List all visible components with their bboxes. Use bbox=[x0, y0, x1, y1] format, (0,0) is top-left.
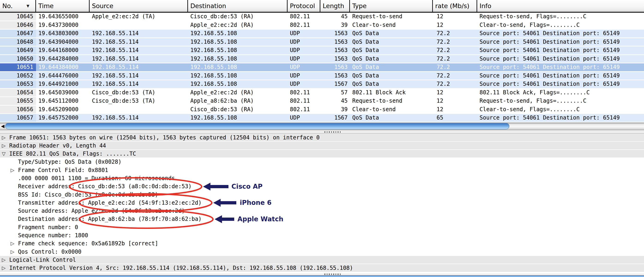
column-header-type[interactable]: Type bbox=[350, 0, 433, 12]
cell-protocol: UDP bbox=[288, 55, 320, 63]
detail-row[interactable]: ▷Logical-Link Control bbox=[0, 256, 644, 264]
cell-no: 10654 bbox=[0, 89, 36, 97]
expander-closed-icon[interactable]: ▷ bbox=[11, 166, 14, 174]
detail-row[interactable]: Destination address: Apple_a8:62:ba (78:… bbox=[0, 215, 644, 223]
cell-source: 192.168.55.114 bbox=[90, 114, 188, 122]
cell-source bbox=[90, 106, 188, 114]
scrollbar-thumb[interactable] bbox=[5, 123, 509, 129]
expander-closed-icon[interactable]: ▷ bbox=[11, 239, 14, 248]
cell-source bbox=[90, 21, 188, 29]
detail-row[interactable]: Source address: Apple_e2:ec:2d (54:9f:13… bbox=[0, 207, 644, 215]
detail-row[interactable]: Receiver address: Cisco_db:de:53 (a8:0c:… bbox=[0, 182, 644, 190]
detail-row[interactable]: ▷Frame 10651: 1563 bytes on wire (12504 … bbox=[0, 134, 644, 142]
cell-time: 19.644384000 bbox=[36, 63, 90, 71]
cell-protocol: UDP bbox=[288, 72, 320, 80]
cell-destination: Apple_a8:62:ba (RA) bbox=[188, 97, 288, 105]
packet-row[interactable]: 1065419.645039000Cisco_db:de:53 (TA)Appl… bbox=[0, 89, 644, 97]
cell-protocol: UDP bbox=[288, 114, 320, 122]
expander-closed-icon[interactable]: ▷ bbox=[2, 264, 6, 272]
detail-row[interactable]: ▷Frame Control Field: 0x8801 bbox=[0, 166, 644, 174]
cell-destination: 192.168.55.108 bbox=[188, 63, 288, 71]
detail-row[interactable]: ▽IEEE 802.11 QoS Data, Flags: .......TC bbox=[0, 150, 644, 158]
pane-splitter-top[interactable] bbox=[0, 130, 644, 134]
detail-row[interactable]: ▷Radiotap Header v0, Length 44 bbox=[0, 142, 644, 150]
column-header-protocol[interactable]: Protocol bbox=[288, 0, 320, 12]
cell-info: Source port: 54061 Destination port: 651… bbox=[477, 114, 644, 122]
cell-info: Request-to-send, Flags=........C bbox=[477, 13, 644, 21]
scrollbar-left-arrow-icon[interactable]: ◀ bbox=[1, 123, 4, 130]
bytes-pane-edge bbox=[0, 275, 644, 277]
cell-protocol: 802.11 bbox=[288, 89, 320, 97]
column-header-rate-mb-s[interactable]: rate (Mb/s) bbox=[433, 0, 477, 12]
cell-info: Source port: 54061 Destination port: 651… bbox=[477, 63, 644, 71]
pane-splitter-bottom[interactable] bbox=[0, 273, 644, 275]
cell-rate: 72.2 bbox=[433, 63, 477, 71]
packet-row[interactable]: 1065119.644384000192.168.55.114192.168.5… bbox=[0, 63, 644, 72]
column-header-length[interactable]: Length bbox=[320, 0, 350, 12]
packet-row[interactable]: 1065719.645752000192.168.55.114192.168.5… bbox=[0, 114, 644, 123]
detail-row[interactable]: Fragment number: 0 bbox=[0, 223, 644, 231]
cell-source: 192.168.55.114 bbox=[90, 38, 188, 46]
cell-no: 10650 bbox=[0, 55, 36, 63]
detail-row[interactable]: Type/Subtype: QoS Data (0x0028) bbox=[0, 158, 644, 166]
detail-row[interactable]: ▷Frame check sequence: 0x5a61892b [corre… bbox=[0, 239, 644, 248]
detail-row-text: Transmitter address: Apple_e2:ec:2d (54:… bbox=[18, 199, 202, 206]
expander-closed-icon[interactable]: ▷ bbox=[2, 142, 6, 150]
cell-type: QoS Data bbox=[350, 55, 433, 63]
packet-list-hscrollbar[interactable]: ◀ bbox=[0, 123, 644, 130]
cell-source: Cisco_db:de:53 (TA) bbox=[90, 89, 188, 97]
column-header-source[interactable]: Source bbox=[90, 0, 188, 12]
cell-type: QoS Data bbox=[350, 114, 433, 122]
detail-row[interactable]: BSS Id: Cisco_db:de:53 (a8:0c:0d:db:de:5… bbox=[0, 191, 644, 199]
cell-destination: 192.168.55.108 bbox=[188, 30, 288, 38]
packet-row[interactable]: 1064719.643803000192.168.55.114192.168.5… bbox=[0, 30, 644, 38]
cell-type: QoS Data bbox=[350, 30, 433, 38]
splitter-grip-icon[interactable] bbox=[324, 131, 342, 133]
cell-no: 10649 bbox=[0, 47, 36, 54]
cell-no: 10656 bbox=[0, 106, 36, 114]
cell-destination: 192.168.55.108 bbox=[188, 38, 288, 46]
packet-row[interactable]: 1064919.644168000192.168.55.114192.168.5… bbox=[0, 47, 644, 55]
detail-row[interactable]: ▷Qos Control: 0x0000 bbox=[0, 248, 644, 256]
packet-row[interactable]: 1065619.645209000Cisco_db:de:53 (RA)802.… bbox=[0, 106, 644, 114]
expander-closed-icon[interactable]: ▷ bbox=[2, 134, 6, 142]
detail-row-text: Frame Control Field: 0x8801 bbox=[18, 167, 108, 173]
cell-type: QoS Data bbox=[350, 63, 433, 71]
detail-row-text: Sequence number: 1800 bbox=[18, 232, 88, 239]
expander-closed-icon[interactable]: ▷ bbox=[11, 248, 14, 256]
detail-row[interactable]: Transmitter address: Apple_e2:ec:2d (54:… bbox=[0, 199, 644, 207]
column-header-label: Source bbox=[92, 0, 114, 12]
expander-open-icon[interactable]: ▽ bbox=[2, 150, 6, 158]
detail-row[interactable]: ▷Internet Protocol Version 4, Src: 192.1… bbox=[0, 264, 644, 272]
packet-row[interactable]: 1065019.644284000192.168.55.114192.168.5… bbox=[0, 55, 644, 64]
packet-row[interactable]: 1065319.644921000192.168.55.114192.168.5… bbox=[0, 80, 644, 89]
packet-row[interactable]: 1065219.644476000192.168.55.114192.168.5… bbox=[0, 72, 644, 81]
column-header-time[interactable]: Time bbox=[36, 0, 90, 12]
cell-length: 39 bbox=[320, 106, 350, 114]
detail-row-text: IEEE 802.11 QoS Data, Flags: .......TC bbox=[9, 151, 136, 157]
cell-protocol: 802.11 bbox=[288, 106, 320, 114]
packet-row[interactable]: 1064819.643904000192.168.55.114192.168.5… bbox=[0, 38, 644, 47]
detail-row-text: Frame check sequence: 0x5a61892b [correc… bbox=[18, 240, 158, 247]
packet-row[interactable]: 1064619.643730000Apple_e2:ec:2d (RA)802.… bbox=[0, 21, 644, 30]
detail-row[interactable]: Sequence number: 1800 bbox=[0, 231, 644, 239]
cell-rate: 72.2 bbox=[433, 30, 477, 38]
column-header-no[interactable]: No.▼ bbox=[0, 0, 36, 12]
column-header-destination[interactable]: Destination bbox=[188, 0, 288, 12]
detail-row[interactable]: .000 0000 0011 1100 = Duration: 60 micro… bbox=[0, 174, 644, 182]
cell-no: 10646 bbox=[0, 21, 36, 29]
cell-destination: Apple_e2:ec:2d (RA) bbox=[188, 89, 288, 97]
expander-closed-icon[interactable]: ▷ bbox=[2, 256, 6, 264]
splitter-grip-icon[interactable] bbox=[324, 273, 342, 275]
packet-row[interactable]: 1064519.643655000Apple_e2:ec:2d (TA)Cisc… bbox=[0, 13, 644, 21]
cell-protocol: 802.11 bbox=[288, 21, 320, 29]
packet-row[interactable]: 1065519.645112000Cisco_db:de:53 (TA)Appl… bbox=[0, 97, 644, 106]
cell-type: QoS Data bbox=[350, 72, 433, 80]
cell-destination: 192.168.55.108 bbox=[188, 80, 288, 88]
cell-destination: 192.168.55.108 bbox=[188, 72, 288, 80]
cell-no: 10655 bbox=[0, 97, 36, 105]
cell-type: QoS Data bbox=[350, 38, 433, 46]
cell-no: 10652 bbox=[0, 72, 36, 80]
packet-detail-pane: ▷Frame 10651: 1563 bytes on wire (12504 … bbox=[0, 134, 644, 272]
column-header-info[interactable]: Info bbox=[477, 0, 644, 12]
